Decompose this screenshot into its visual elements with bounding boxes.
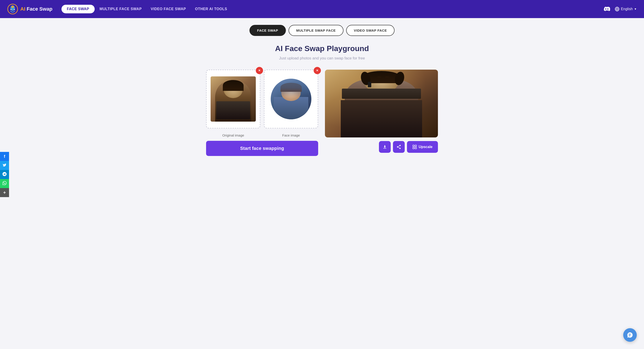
brand-name: AI Face Swap (20, 6, 52, 12)
chat-icon (627, 332, 633, 338)
nav-video-face-swap[interactable]: VIDEO FACE SWAP (147, 5, 190, 13)
hero-subtitle: Just upload photos and you can swap face… (191, 56, 453, 60)
remove-face-button[interactable]: × (314, 67, 321, 74)
social-whatsapp[interactable] (0, 179, 9, 188)
face-image-box[interactable]: × (264, 70, 318, 128)
svg-point-4 (14, 9, 15, 10)
twitter-icon (2, 163, 6, 168)
brand-logo-icon (7, 4, 18, 14)
upload-row: × Original image (206, 70, 318, 137)
upload-section: × Original image (206, 70, 318, 156)
brand-logo[interactable]: AI Face Swap (7, 4, 52, 14)
original-image-box[interactable]: × (206, 70, 260, 128)
social-facebook[interactable]: f (0, 152, 9, 161)
share-icon (396, 144, 401, 150)
nav-right: English ▼ (603, 6, 637, 12)
navbar: AI Face Swap FACE SWAP MULTIPLE FACE SWA… (0, 0, 644, 18)
telegram-icon (2, 172, 6, 177)
discord-button[interactable] (603, 6, 610, 12)
download-icon (382, 144, 387, 150)
tab-video-swap-face[interactable]: VIDEO SWAP FACE (346, 25, 394, 36)
more-icon: + (3, 190, 6, 195)
social-more[interactable]: + (0, 188, 9, 197)
svg-rect-9 (412, 145, 414, 147)
tab-multiple-swap-face[interactable]: MULTIPLE SWAP FACE (288, 25, 344, 36)
nav-other-ai-tools[interactable]: OTHER AI TOOLS (191, 5, 231, 13)
social-telegram[interactable] (0, 170, 9, 179)
original-image-label: Original image (222, 133, 244, 137)
svg-point-3 (10, 9, 11, 10)
upscale-label: Upscale (419, 145, 432, 149)
main-content: FACE SWAP MULTIPLE SWAP FACE VIDEO SWAP … (186, 18, 458, 170)
svg-rect-12 (415, 148, 416, 149)
face-image-label: Face image (282, 133, 300, 137)
language-label: English (621, 7, 633, 11)
language-button[interactable]: English ▼ (614, 6, 637, 12)
svg-rect-11 (412, 148, 414, 149)
discord-icon (603, 6, 610, 12)
social-twitter[interactable] (0, 161, 9, 170)
share-button[interactable] (393, 141, 405, 153)
chat-widget-button[interactable] (623, 328, 637, 342)
tab-face-swap[interactable]: FACE SWAP (250, 25, 286, 36)
globe-icon (614, 6, 620, 12)
hero-title: AI Face Swap Playground (191, 44, 453, 53)
upscale-icon (412, 145, 417, 149)
result-section: Upscale (325, 70, 438, 153)
nav-multiple-face-swap[interactable]: MULTIPLE FACE SWAP (96, 5, 146, 13)
facebook-icon: f (4, 154, 5, 159)
nav-links: FACE SWAP MULTIPLE FACE SWAP VIDEO FACE … (62, 5, 599, 13)
workspace: × Original image (191, 70, 453, 156)
chevron-down-icon: ▼ (634, 8, 637, 10)
upscale-button[interactable]: Upscale (407, 141, 438, 153)
whatsapp-icon (2, 181, 6, 186)
result-image (325, 70, 438, 138)
social-sidebar: f + (0, 152, 9, 197)
svg-point-2 (12, 6, 14, 8)
svg-rect-10 (415, 145, 416, 147)
result-toolbar: Upscale (325, 141, 438, 153)
nav-face-swap[interactable]: FACE SWAP (62, 5, 95, 13)
remove-original-button[interactable]: × (256, 67, 263, 74)
download-button[interactable] (379, 141, 391, 153)
tab-pills: FACE SWAP MULTIPLE SWAP FACE VIDEO SWAP … (191, 25, 453, 36)
start-face-swapping-button[interactable]: Start face swapping (206, 141, 318, 156)
